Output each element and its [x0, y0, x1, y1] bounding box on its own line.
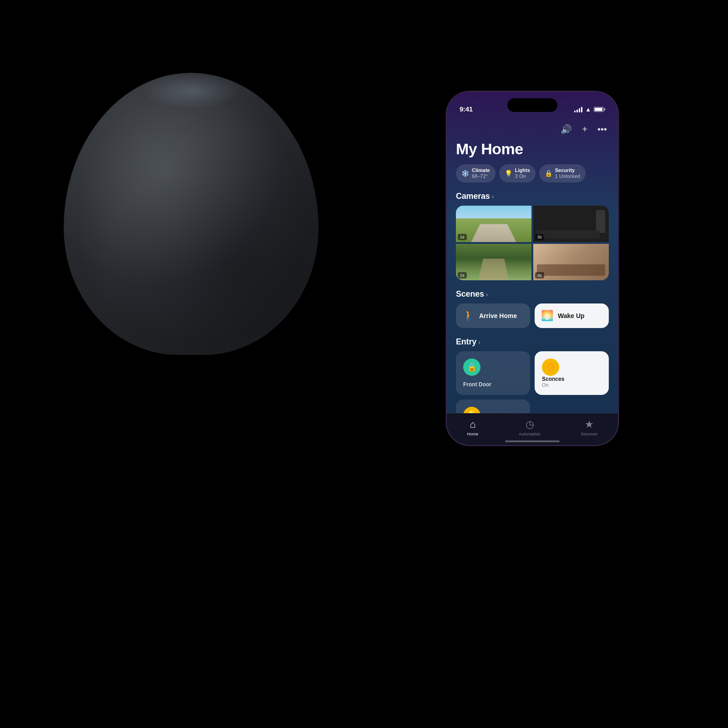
arrive-home-label: Arrive Home [479, 312, 517, 319]
overhead-icon-row: 💡 [463, 407, 523, 413]
signal-icon [574, 107, 582, 112]
add-button[interactable]: + [580, 122, 589, 136]
sconces-icon-row: 🔆 [542, 359, 602, 376]
scenes-section-header[interactable]: Scenes › [456, 289, 609, 299]
more-button[interactable]: ••• [596, 122, 609, 136]
scenes-row: 🚶 Arrive Home 🌅 Wake Up [456, 303, 609, 328]
sconces-cell[interactable]: 🔆 Sconces On [535, 351, 609, 395]
front-door-name: Front Door [463, 381, 523, 388]
entry-grid: 🔒 Front Door 🔆 [456, 351, 609, 413]
homepod [64, 73, 382, 437]
lights-value: 3 On [515, 173, 530, 179]
sconces-icon-bg: 🔆 [542, 359, 559, 376]
lights-label: Lights [515, 167, 530, 173]
cam3-overlay: 1s [456, 244, 531, 280]
front-door-name-row: Front Door [463, 381, 523, 388]
chip-climate[interactable]: ❄️ Climate 68–72° [456, 164, 495, 182]
cam1-overlay: 1s [456, 206, 531, 242]
app-background: 9:41 ▲ [447, 92, 618, 445]
nav-automation[interactable]: ◷ Automation [519, 419, 541, 436]
battery-icon [594, 107, 605, 112]
status-chips: ❄️ Climate 68–72° 💡 Lights 3 On [456, 164, 609, 182]
camera-cell-3[interactable]: 1s [456, 244, 531, 280]
sconces-light-icon: 🔆 [546, 362, 556, 372]
front-door-cell[interactable]: 🔒 Front Door [456, 351, 530, 395]
cam4-label: 4s [535, 272, 544, 278]
phone: 9:41 ▲ [446, 91, 619, 446]
climate-icon: ❄️ [461, 170, 469, 177]
home-indicator [505, 440, 560, 442]
sconces-name-row: Sconces On [542, 376, 602, 388]
scroll-area[interactable]: 🔊 + ••• My Home ❄️ Climate 68–72° [447, 116, 618, 413]
chip-security-text: Security 1 Unlocked [555, 167, 580, 179]
wake-up-icon: 🌅 [541, 310, 553, 322]
discover-nav-label: Discover [581, 432, 598, 436]
entry-section: Entry › 🔒 Front Door [456, 337, 609, 413]
camera-cell-2[interactable]: 3s [533, 206, 609, 242]
home-nav-label: Home [467, 432, 479, 436]
front-door-icon-row: 🔒 [463, 359, 523, 376]
cameras-title: Cameras [456, 192, 490, 201]
dynamic-island [507, 98, 557, 112]
sconces-status: On [542, 382, 602, 388]
chip-lights[interactable]: 💡 Lights 3 On [499, 164, 536, 182]
home-nav-icon: ⌂ [470, 419, 475, 430]
wake-up-label: Wake Up [558, 312, 585, 319]
security-icon: 🔒 [545, 170, 552, 177]
chip-security[interactable]: 🔒 Security 1 Unlocked [539, 164, 586, 182]
cam4-overlay: 4s [533, 244, 609, 280]
chip-climate-text: Climate 68–72° [472, 167, 490, 179]
homepod-body [64, 73, 318, 355]
cam2-label: 3s [535, 234, 544, 240]
climate-value: 68–72° [472, 173, 490, 179]
phone-frame: 9:41 ▲ [446, 91, 619, 446]
entry-section-header[interactable]: Entry › [456, 337, 609, 347]
wifi-icon: ▲ [585, 106, 591, 113]
automation-nav-icon: ◷ [526, 419, 534, 430]
nav-discover[interactable]: ★ Discover [581, 419, 598, 436]
front-door-icon-bg: 🔒 [463, 359, 480, 376]
automation-nav-label: Automation [519, 432, 541, 436]
lights-icon: 💡 [505, 170, 512, 177]
overhead-cell[interactable]: 💡 Overhead [456, 399, 530, 413]
entry-title: Entry [456, 337, 476, 347]
entry-arrow: › [478, 339, 480, 346]
front-door-lock-icon: 🔒 [467, 362, 477, 372]
climate-label: Climate [472, 167, 490, 173]
arrive-home-icon: 🚶 [462, 310, 475, 322]
status-icons: ▲ [574, 106, 605, 113]
status-time: 9:41 [460, 105, 473, 113]
scenes-title: Scenes [456, 289, 484, 299]
overhead-icon-bg: 💡 [463, 407, 480, 413]
home-title: My Home [456, 140, 609, 158]
camera-cell-1[interactable]: 1s [456, 206, 531, 242]
camera-cell-4[interactable]: 4s [533, 244, 609, 280]
chip-lights-text: Lights 3 On [515, 167, 530, 179]
cameras-section-header[interactable]: Cameras › [456, 192, 609, 201]
header-actions: 🔊 + ••• [456, 122, 609, 136]
cameras-arrow: › [492, 193, 494, 200]
scenes-arrow: › [486, 291, 488, 298]
cam3-label: 1s [458, 272, 467, 278]
security-value: 1 Unlocked [555, 173, 580, 179]
nav-home[interactable]: ⌂ Home [467, 419, 479, 436]
cam1-label: 1s [458, 234, 467, 240]
cam2-overlay: 3s [533, 206, 609, 242]
siri-button[interactable]: 🔊 [559, 122, 574, 136]
homepod-top [141, 73, 241, 109]
wake-up-scene[interactable]: 🌅 Wake Up [535, 303, 609, 328]
camera-grid: 1s 3s [456, 206, 609, 280]
discover-nav-icon: ★ [585, 419, 594, 430]
security-label: Security [555, 167, 580, 173]
sconces-name: Sconces [542, 376, 602, 382]
homepod-mesh [64, 73, 318, 355]
arrive-home-scene[interactable]: 🚶 Arrive Home [456, 303, 530, 328]
